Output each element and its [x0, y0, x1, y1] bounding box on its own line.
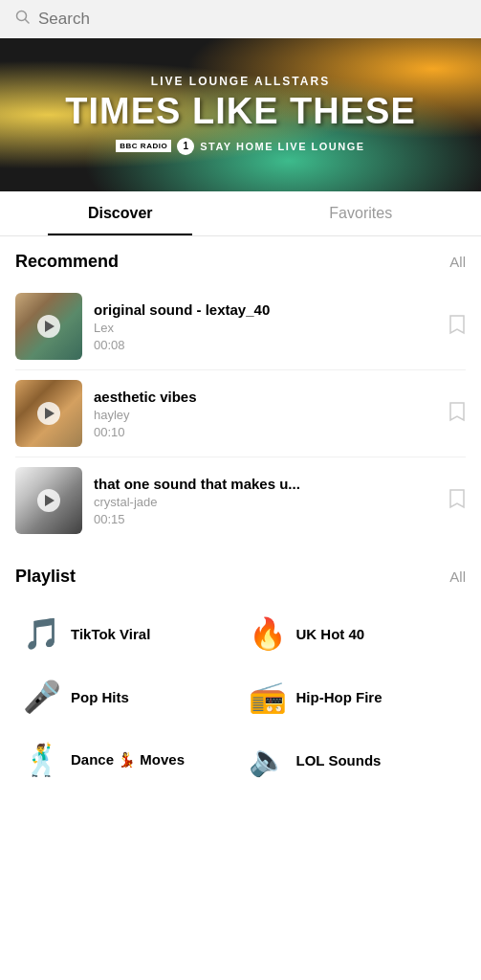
dance-moves-icon: 🕺 [23, 742, 59, 778]
item-info-1: original sound - lextay_40 Lex 00:08 [94, 301, 437, 352]
search-input[interactable] [38, 10, 466, 29]
recommend-all[interactable]: All [449, 254, 466, 270]
item-duration-1: 00:08 [94, 338, 437, 352]
play-icon-2 [45, 408, 55, 419]
recommend-section: Recommend All original sound - lextay_40… [0, 236, 481, 551]
item-info-3: that one sound that makes u... crystal-j… [94, 476, 437, 526]
lol-sounds-icon: 🔈 [249, 742, 285, 778]
playlist-grid: 🎵 TikTok Viral 🔥 UK Hot 40 🎤 Pop Hits 📻 … [0, 602, 481, 807]
list-item[interactable]: 📻 Hip-Hop Fire [241, 665, 467, 728]
thumbnail-2[interactable] [15, 380, 82, 447]
list-item[interactable]: 🎵 TikTok Viral [15, 602, 241, 665]
uk-hot40-icon: 🔥 [249, 615, 285, 652]
hiphop-fire-icon: 📻 [249, 679, 285, 715]
recommend-header: Recommend All [15, 252, 466, 272]
bookmark-icon-3[interactable] [448, 488, 466, 514]
list-item: that one sound that makes u... crystal-j… [15, 457, 466, 544]
tiktok-viral-icon: 🎵 [23, 615, 59, 652]
list-item: aesthetic vibes hayley 00:10 [15, 370, 466, 457]
list-item[interactable]: 🎤 Pop Hits [15, 665, 241, 728]
item-author-3: crystal-jade [94, 495, 437, 509]
banner-main-text: TIMES LIKE THESE [65, 92, 415, 132]
playlist-label-pop: Pop Hits [71, 689, 129, 705]
radio-circle: 1 [177, 138, 194, 155]
banner-bottom: BBC RADIO 1 STAY HOME LIVE LOUNGE [65, 138, 415, 155]
item-title-1: original sound - lextay_40 [94, 301, 437, 318]
list-item[interactable]: 🔥 UK Hot 40 [241, 602, 467, 665]
play-button-1[interactable] [37, 315, 60, 338]
item-author-1: Lex [94, 321, 437, 335]
pop-hits-icon: 🎤 [23, 679, 59, 715]
thumbnail-3[interactable] [15, 467, 82, 534]
banner-top-text: LIVE LOUNGE ALLSTARS [65, 75, 415, 88]
banner-sub-text: STAY HOME LIVE LOUNGE [200, 141, 365, 152]
item-info-2: aesthetic vibes hayley 00:10 [94, 389, 437, 439]
play-button-3[interactable] [37, 489, 60, 512]
playlist-all[interactable]: All [449, 568, 466, 585]
play-button-2[interactable] [37, 402, 60, 425]
bookmark-icon-2[interactable] [448, 401, 466, 427]
item-title-2: aesthetic vibes [94, 389, 437, 405]
list-item[interactable]: 🔈 LOL Sounds [241, 728, 467, 791]
item-duration-2: 00:10 [94, 425, 437, 439]
playlist-label-tiktok: TikTok Viral [71, 626, 150, 642]
bookmark-icon-1[interactable] [448, 314, 466, 340]
playlist-label-lol: LOL Sounds [296, 752, 382, 768]
playlist-label-hiphop: Hip-Hop Fire [296, 689, 383, 705]
recommend-title: Recommend [15, 252, 119, 272]
banner: LIVE LOUNGE ALLSTARS TIMES LIKE THESE BB… [0, 38, 481, 191]
list-item[interactable]: 🕺 Dance 💃 Moves [15, 728, 241, 791]
playlist-label-uk: UK Hot 40 [296, 626, 365, 642]
playlist-label-dance: Dance 💃 Moves [71, 751, 185, 768]
tab-discover[interactable]: Discover [0, 191, 241, 235]
play-icon-1 [45, 321, 55, 332]
bbc-badge: BBC RADIO [116, 140, 171, 152]
list-item: original sound - lextay_40 Lex 00:08 [15, 283, 466, 370]
playlist-header: Playlist All [15, 567, 466, 587]
svg-line-1 [26, 20, 30, 24]
item-author-2: hayley [94, 408, 437, 422]
search-icon [15, 10, 31, 29]
tab-favorites[interactable]: Favorites [241, 191, 482, 235]
play-icon-3 [45, 495, 55, 506]
playlist-title: Playlist [15, 567, 76, 587]
tabs: Discover Favorites [0, 191, 481, 236]
search-bar [0, 0, 481, 38]
thumbnail-1[interactable] [15, 293, 82, 360]
item-title-3: that one sound that makes u... [94, 476, 437, 492]
item-duration-3: 00:15 [94, 512, 437, 526]
playlist-section: Playlist All [0, 551, 481, 602]
